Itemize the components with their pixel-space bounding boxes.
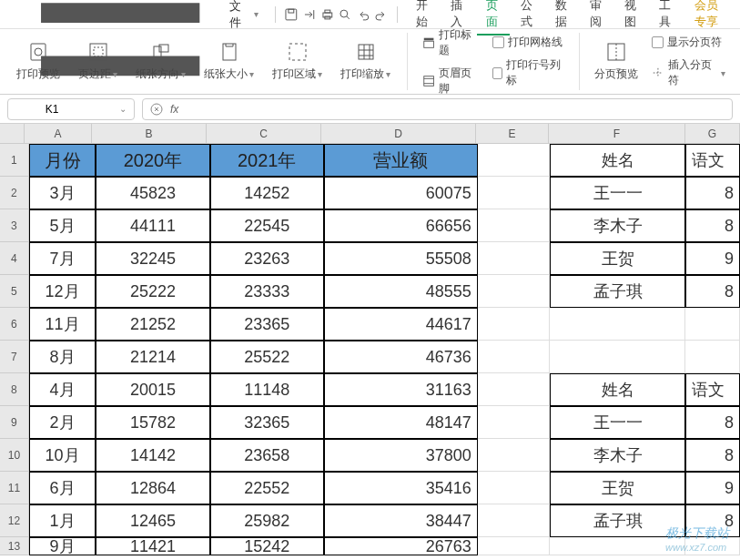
cell[interactable]: 60075 [324, 177, 478, 209]
cell[interactable]: 4月 [29, 373, 96, 406]
cell[interactable]: 6月 [29, 472, 96, 504]
cell[interactable]: 9 [685, 242, 740, 275]
row-header[interactable]: 3 [0, 209, 29, 242]
row-header[interactable]: 11 [0, 472, 29, 504]
cell[interactable]: 32365 [210, 406, 324, 439]
cell[interactable]: 31163 [324, 373, 478, 406]
cell[interactable]: 孟子琪 [550, 275, 685, 308]
cell[interactable]: 32245 [96, 242, 209, 275]
cell[interactable] [478, 537, 551, 555]
menu-tab-7[interactable]: 工具 [650, 0, 683, 36]
cancel-icon[interactable] [150, 103, 163, 116]
cell[interactable]: 48147 [324, 406, 478, 439]
menu-tab-6[interactable]: 视图 [615, 0, 648, 36]
formula-input-box[interactable]: fx [142, 98, 733, 120]
cell[interactable]: 15242 [210, 537, 324, 555]
cell[interactable]: 38447 [324, 504, 478, 537]
row-header[interactable]: 7 [0, 341, 29, 373]
header-footer-button[interactable]: 页眉页脚 [419, 64, 482, 98]
cell[interactable] [685, 341, 740, 373]
cell[interactable]: 9月 [29, 537, 96, 555]
print-preview-button[interactable]: 打印预览 [11, 37, 66, 86]
cell[interactable] [478, 144, 551, 177]
cell[interactable]: 1月 [29, 504, 96, 537]
menu-tab-5[interactable]: 审阅 [581, 0, 613, 36]
cell[interactable]: 王一一 [550, 406, 685, 439]
column-header-F[interactable]: F [549, 124, 685, 144]
print-area-button[interactable]: 打印区域▾ [267, 37, 328, 86]
print-scale-button[interactable]: 打印缩放▾ [335, 37, 396, 86]
cell[interactable]: 姓名 [550, 144, 685, 177]
fx-icon[interactable]: fx [170, 103, 178, 116]
cell[interactable]: 21252 [96, 308, 209, 341]
cell[interactable]: 孟子琪 [550, 504, 685, 537]
cell[interactable] [478, 308, 551, 341]
row-header[interactable]: 9 [0, 406, 29, 439]
menu-tab-4[interactable]: 数据 [546, 0, 579, 36]
cell[interactable]: 21214 [96, 341, 209, 373]
cell[interactable] [685, 537, 740, 555]
menu-tab-2[interactable]: 页面 [477, 0, 510, 36]
cell[interactable]: 语文 [685, 373, 740, 406]
show-breaks-checkbox[interactable]: 显示分页符 [648, 33, 729, 52]
cell[interactable] [478, 242, 551, 275]
cell[interactable] [478, 209, 551, 242]
cell[interactable]: 月份 [29, 144, 96, 177]
preview-icon[interactable] [338, 5, 352, 24]
row-header[interactable]: 4 [0, 242, 29, 275]
menu-tab-3[interactable]: 公式 [512, 0, 544, 36]
cell[interactable]: 23333 [210, 275, 324, 308]
cell[interactable]: 66656 [324, 209, 478, 242]
row-header[interactable]: 12 [0, 504, 29, 537]
menu-tab-8[interactable]: 会员专享 [685, 0, 733, 36]
cell[interactable]: 8 [685, 209, 740, 242]
cell[interactable]: 46736 [324, 341, 478, 373]
undo-icon[interactable] [356, 5, 370, 24]
cell[interactable]: 8 [685, 177, 740, 209]
column-header-A[interactable]: A [25, 124, 92, 144]
page-break-preview-button[interactable]: 分页预览 [591, 37, 641, 86]
cell[interactable] [478, 406, 551, 439]
row-header[interactable]: 1 [0, 144, 29, 177]
cell[interactable]: 10月 [29, 439, 96, 472]
save-icon[interactable] [284, 5, 299, 24]
cell[interactable]: 5月 [29, 209, 96, 242]
cell[interactable]: 8月 [29, 341, 96, 373]
cell[interactable]: 14252 [210, 177, 324, 209]
cell[interactable]: 37800 [324, 439, 478, 472]
cell[interactable]: 12864 [96, 472, 209, 504]
cell[interactable]: 语文 [685, 144, 740, 177]
cell[interactable] [478, 439, 551, 472]
orientation-button[interactable]: 纸张方向▾ [130, 37, 191, 86]
cell[interactable]: 35416 [324, 472, 478, 504]
cell[interactable]: 25222 [96, 275, 209, 308]
cell[interactable]: 2020年 [96, 144, 209, 177]
column-header-G[interactable]: G [685, 124, 740, 144]
column-header-C[interactable]: C [207, 124, 321, 144]
cell[interactable]: 14142 [96, 439, 209, 472]
row-header[interactable]: 10 [0, 439, 29, 472]
cell[interactable]: 25982 [210, 504, 324, 537]
cell[interactable]: 22552 [210, 472, 324, 504]
cell[interactable]: 20015 [96, 373, 209, 406]
column-header-B[interactable]: B [92, 124, 207, 144]
row-header[interactable]: 13 [0, 537, 29, 555]
cell[interactable]: 7月 [29, 242, 96, 275]
size-button[interactable]: 纸张大小▾ [198, 37, 259, 86]
cell[interactable]: 8 [685, 439, 740, 472]
column-header-E[interactable]: E [476, 124, 549, 144]
cell[interactable] [478, 472, 551, 504]
cell[interactable]: 45823 [96, 177, 209, 209]
cell[interactable]: 王贺 [550, 242, 685, 275]
cell[interactable]: 12465 [96, 504, 209, 537]
cell[interactable]: 11421 [96, 537, 209, 555]
select-all-corner[interactable] [0, 124, 25, 144]
cell[interactable]: 2021年 [210, 144, 324, 177]
cell[interactable]: 15782 [96, 406, 209, 439]
cell[interactable]: 李木子 [550, 439, 685, 472]
row-header[interactable]: 2 [0, 177, 29, 209]
cell[interactable]: 8 [685, 406, 740, 439]
cell[interactable]: 8 [685, 504, 740, 537]
row-header[interactable]: 8 [0, 373, 29, 406]
margins-button[interactable]: 页边距▾ [73, 37, 123, 86]
